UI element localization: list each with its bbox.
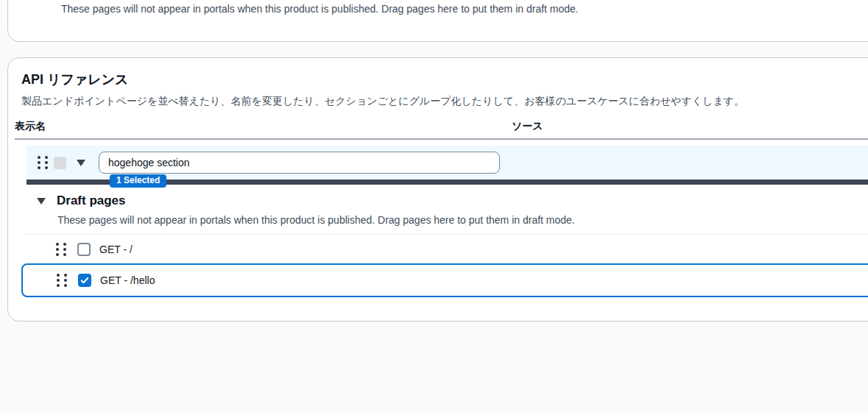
- page-label: GET - /: [99, 244, 133, 255]
- draft-pages-panel-above: These pages will not appear in portals w…: [7, 0, 868, 42]
- drag-handle-icon[interactable]: [56, 243, 66, 256]
- section-checkbox-disabled[interactable]: [54, 157, 66, 169]
- page-checkbox-unchecked[interactable]: [77, 243, 91, 256]
- page-row-get-root[interactable]: GET - /: [27, 235, 868, 263]
- draft-pages-description: These pages will not appear in portals w…: [57, 214, 575, 226]
- panel-title: API リファレンス: [21, 71, 129, 88]
- checkmark-icon: [80, 275, 90, 285]
- draft-pages-caret-down-icon[interactable]: [37, 198, 46, 205]
- api-reference-panel: API リファレンス 製品エンドポイントページを並べ替えたり、名前を変更したり、…: [7, 57, 868, 322]
- section-name-input[interactable]: [99, 152, 500, 174]
- drag-handle-icon[interactable]: [38, 156, 48, 169]
- caret-down-icon[interactable]: [77, 160, 85, 166]
- drag-selection-count-badge: 1 Selected: [110, 174, 166, 188]
- column-header-source: ソース: [512, 120, 543, 133]
- table-header-divider: [15, 138, 868, 140]
- page-row-get-hello-selected[interactable]: GET - /hello: [21, 263, 868, 297]
- page-label: GET - /hello: [100, 274, 155, 286]
- draft-pages-title: Draft pages: [57, 193, 126, 208]
- page-checkbox-checked[interactable]: [78, 274, 91, 287]
- draft-pages-note: These pages will not appear in portals w…: [61, 2, 579, 15]
- column-header-display-name: 表示名: [15, 120, 46, 133]
- panel-description: 製品エンドポイントページを並べ替えたり、名前を変更したり、セクションごとにグルー…: [21, 95, 744, 108]
- drag-handle-icon[interactable]: [57, 274, 67, 287]
